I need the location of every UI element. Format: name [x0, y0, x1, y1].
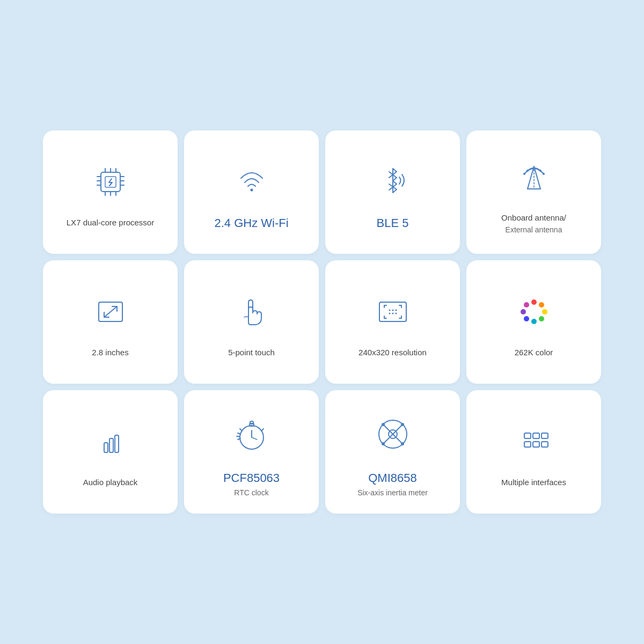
resolution-label: 240x320 resolution — [358, 347, 427, 359]
svg-rect-59 — [533, 433, 539, 438]
resolution-icon — [369, 288, 417, 336]
svg-rect-24 — [379, 302, 406, 321]
chip-icon — [86, 158, 135, 206]
svg-point-18 — [539, 170, 541, 172]
svg-point-19 — [523, 173, 525, 175]
card-imu: QMI8658 Six-axis inertia meter — [325, 390, 460, 514]
svg-point-28 — [389, 313, 390, 314]
svg-rect-41 — [115, 435, 119, 452]
imu-label: QMI8658 — [368, 469, 417, 487]
antenna-sublabel: External antenna — [506, 225, 562, 234]
display-label: 2.8 inches — [92, 347, 128, 359]
card-ble: BLE 5 — [325, 130, 460, 254]
interfaces-icon — [510, 418, 558, 466]
rtc-label: PCF85063 — [223, 469, 280, 487]
svg-line-46 — [252, 437, 257, 440]
svg-rect-61 — [524, 442, 531, 447]
antenna-label: Onboard antenna/ — [501, 212, 566, 224]
svg-rect-58 — [524, 433, 531, 438]
display-size-icon — [86, 288, 135, 336]
card-audio: Audio playback — [43, 390, 178, 514]
svg-point-32 — [539, 302, 544, 308]
svg-rect-44 — [250, 421, 253, 424]
svg-rect-62 — [533, 442, 539, 447]
wifi-label: 2.4 GHz Wi-Fi — [214, 214, 288, 232]
color-label: 262K color — [515, 347, 553, 359]
svg-point-38 — [524, 302, 529, 308]
ble-label: BLE 5 — [377, 214, 409, 232]
svg-point-37 — [521, 309, 526, 314]
svg-point-31 — [531, 299, 537, 305]
audio-icon — [86, 418, 135, 466]
clock-icon — [228, 410, 276, 458]
svg-rect-40 — [109, 438, 113, 452]
audio-label: Audio playback — [83, 477, 138, 489]
svg-point-57 — [401, 442, 404, 445]
card-resolution: 240x320 resolution — [325, 260, 460, 384]
feature-grid: LX7 dual-core processor 2.4 GHz Wi-Fi — [21, 98, 623, 546]
card-interfaces: Multiple interfaces — [466, 390, 601, 514]
hand-icon — [228, 288, 276, 336]
svg-point-35 — [531, 319, 537, 324]
svg-point-34 — [539, 316, 544, 321]
svg-point-27 — [395, 310, 397, 311]
svg-rect-60 — [541, 433, 548, 438]
svg-point-33 — [542, 309, 547, 314]
svg-line-23 — [104, 306, 117, 317]
svg-point-14 — [250, 189, 253, 192]
svg-line-49 — [238, 433, 240, 434]
svg-point-56 — [382, 442, 385, 445]
antenna-icon — [510, 153, 558, 201]
bluetooth-icon — [369, 155, 417, 203]
svg-point-20 — [543, 173, 545, 175]
card-rtc: PCF85063 RTC clock — [184, 390, 319, 514]
svg-point-17 — [526, 170, 529, 172]
card-antenna: Onboard antenna/ External antenna — [466, 130, 601, 254]
svg-point-55 — [401, 423, 404, 426]
svg-point-30 — [395, 313, 397, 314]
svg-point-25 — [389, 310, 390, 311]
svg-rect-63 — [541, 442, 548, 447]
card-touch: 5-point touch — [184, 260, 319, 384]
interfaces-label: Multiple interfaces — [501, 477, 566, 489]
wifi-icon — [228, 155, 276, 203]
card-processor: LX7 dual-core processor — [43, 130, 178, 254]
card-display: 2.8 inches — [43, 260, 178, 384]
processor-label: LX7 dual-core processor — [67, 217, 154, 229]
card-color: 262K color — [466, 260, 601, 384]
svg-rect-39 — [104, 443, 108, 452]
gyro-icon — [369, 410, 417, 458]
imu-sublabel: Six-axis inertia meter — [357, 488, 428, 497]
svg-point-54 — [382, 423, 385, 426]
card-wifi: 2.4 GHz Wi-Fi — [184, 130, 319, 254]
touch-label: 5-point touch — [228, 347, 275, 359]
svg-point-26 — [392, 310, 393, 311]
colorwheel-icon — [510, 288, 558, 336]
rtc-sublabel: RTC clock — [234, 488, 268, 497]
svg-point-36 — [524, 316, 529, 321]
svg-point-29 — [392, 313, 393, 314]
